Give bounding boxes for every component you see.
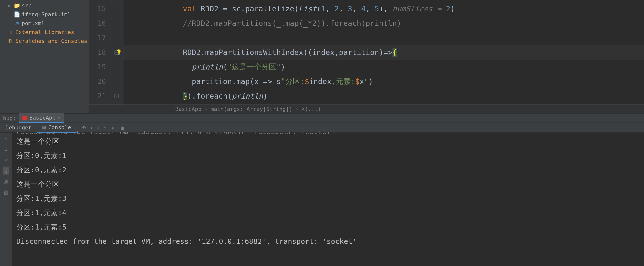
breadcrumb-item[interactable]: BasicApp (175, 106, 202, 112)
tree-label: External Libraries (15, 29, 74, 35)
console-line: 分区:1,元素:5 (16, 220, 640, 234)
scala-icon (22, 116, 27, 120)
tree-scratches[interactable]: ⧉ Scratches and Consoles (0, 36, 89, 45)
scroll-to-end-icon[interactable]: ⤓ (3, 167, 10, 175)
tree-external-libraries[interactable]: ⫼ External Libraries (0, 28, 89, 36)
line-number[interactable]: 15 (89, 1, 114, 16)
tree-label: src (22, 2, 32, 9)
close-icon[interactable]: × (58, 115, 61, 120)
console-output[interactable]: Connected to the target VM, address: '12… (12, 133, 644, 266)
debug-tab-bar: bug: BasicApp × (0, 113, 644, 123)
print-icon[interactable]: 🖶 (4, 179, 9, 185)
console-line: 这是一个分区 (16, 177, 640, 191)
console-line: 分区:1,元素:3 (16, 191, 640, 206)
breadcrumb-item[interactable]: main(args: Array[String]) (210, 106, 292, 112)
fold-marker-icon[interactable]: − (114, 50, 118, 54)
scratch-icon: ⧉ (8, 38, 13, 44)
maven-icon: m (14, 20, 20, 26)
line-number[interactable]: 16 (89, 16, 114, 30)
fold-column: 💡− − (114, 0, 124, 104)
line-number[interactable]: 19 (89, 60, 114, 74)
tree-label: pom.xml (22, 20, 45, 26)
code-content[interactable]: val RDD2 = sc.parallelize(List(1, 2, 3, … (124, 0, 644, 104)
folder-icon: 📁 (14, 2, 20, 9)
tree-label: Scratches and Consoles (15, 38, 87, 44)
breadcrumb[interactable]: BasicApp › main(args: Array[String]) › λ… (89, 104, 644, 113)
line-number[interactable]: 18 (89, 45, 114, 60)
console-line: 分区:0,元素:2 (16, 163, 640, 177)
gutter[interactable]: 15 16 17 18 19 20 21 (89, 0, 114, 104)
library-icon: ⫼ (8, 29, 13, 35)
tree-item-pom[interactable]: m pom.xml (0, 19, 89, 28)
tree-item-iml[interactable]: 📄 ifeng-Spark.iml (0, 10, 89, 19)
soft-wrap-icon[interactable]: ↩ (4, 157, 8, 163)
clear-icon[interactable]: 🗑 (4, 190, 9, 196)
fold-marker-icon[interactable]: − (114, 94, 118, 98)
editor[interactable]: 15 16 17 18 19 20 21 💡− − val RDD2 = sc.… (89, 0, 644, 113)
console-line: Disconnected from the target VM, address… (16, 234, 640, 249)
console-side-toolbar: ↑ ↓ ↩ ⤓ 🖶 🗑 (0, 133, 12, 266)
console-line: 这是一个分区 (16, 134, 640, 148)
debug-label: bug: (0, 115, 19, 121)
line-number[interactable]: 20 (89, 74, 114, 89)
console-line: Connected to the target VM, address: '12… (16, 127, 640, 134)
line-number[interactable]: 17 (89, 30, 114, 45)
tree-label: ifeng-Spark.iml (22, 11, 71, 17)
down-arrow-icon[interactable]: ↓ (4, 146, 8, 152)
console-line: 分区:0,元素:1 (16, 148, 640, 163)
line-number[interactable]: 21 (89, 89, 114, 103)
project-tree[interactable]: ▶ 📁 src 📄 ifeng-Spark.iml m pom.xml ⫼ Ex… (0, 0, 89, 113)
expand-arrow-icon[interactable]: ▶ (8, 3, 12, 8)
up-arrow-icon[interactable]: ↑ (4, 136, 8, 142)
debug-config-tab[interactable]: BasicApp × (19, 113, 64, 123)
tree-item-src[interactable]: ▶ 📁 src (0, 1, 89, 10)
breadcrumb-item[interactable]: λ(...) (302, 106, 321, 112)
file-icon: 📄 (14, 11, 20, 17)
console-line: 分区:1,元素:4 (16, 206, 640, 220)
tab-label: BasicApp (29, 115, 56, 121)
